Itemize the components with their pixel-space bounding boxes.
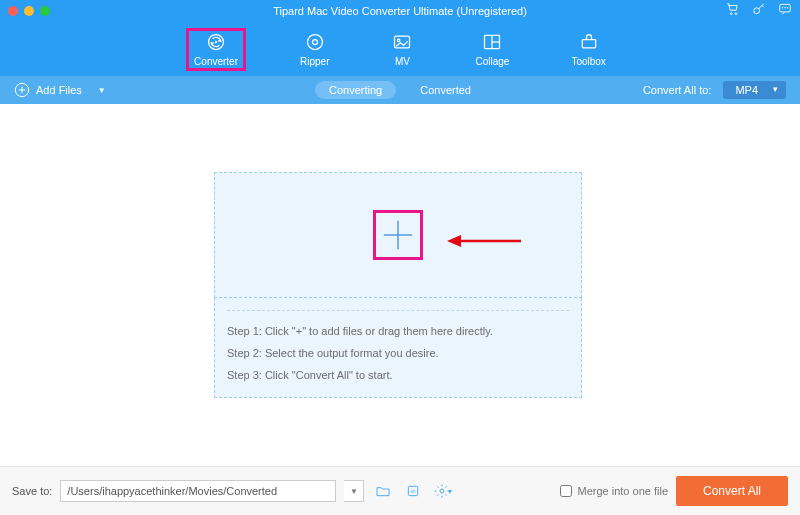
gpu-accel-button[interactable]: on [402, 480, 424, 502]
main-nav: Converter Ripper MV Collage Toolbox [0, 22, 800, 76]
window-title: Tipard Mac Video Converter Ultimate (Unr… [0, 5, 800, 17]
open-folder-button[interactable] [372, 480, 394, 502]
annotation-arrow [445, 232, 523, 254]
main-area: Step 1: Click "+" to add files or drag t… [0, 104, 800, 466]
svg-point-12 [398, 39, 401, 42]
svg-rect-16 [582, 39, 595, 47]
tab-collage[interactable]: Collage [469, 30, 515, 69]
convert-all-to: Convert All to: MP4 [643, 81, 786, 99]
step-2: Step 2: Select the output format you des… [227, 348, 569, 359]
drop-zone[interactable] [214, 172, 582, 298]
instructions-panel: Step 1: Click "+" to add files or drag t… [214, 298, 582, 398]
add-files-button[interactable]: Add Files ▼ [14, 82, 106, 98]
merge-label: Merge into one file [578, 485, 669, 497]
plus-icon [381, 218, 415, 252]
tab-converter[interactable]: Converter [188, 30, 244, 69]
footer: Save to: ▼ on ▾ Merge into one file Conv… [0, 466, 800, 515]
save-to-label: Save to: [12, 485, 52, 497]
status-segment: Converting Converted [315, 81, 485, 99]
svg-marker-23 [447, 235, 461, 247]
tab-label: MV [395, 56, 410, 67]
tab-label: Collage [475, 56, 509, 67]
save-path-dropdown[interactable]: ▼ [344, 480, 364, 502]
save-path-input[interactable] [60, 480, 336, 502]
merge-checkbox[interactable]: Merge into one file [560, 485, 669, 497]
add-file-plus-button[interactable] [373, 210, 423, 260]
tab-label: Converter [194, 56, 238, 67]
svg-point-10 [312, 39, 317, 44]
step-1: Step 1: Click "+" to add files or drag t… [227, 326, 569, 337]
svg-point-9 [307, 34, 322, 49]
chevron-down-icon[interactable]: ▼ [98, 86, 106, 95]
step-3: Step 3: Click "Convert All" to start. [227, 370, 569, 381]
tab-toolbox[interactable]: Toolbox [565, 30, 611, 69]
svg-text:on: on [411, 489, 417, 494]
titlebar: Tipard Mac Video Converter Ultimate (Unr… [0, 0, 800, 22]
toolbar: Add Files ▼ Converting Converted Convert… [0, 76, 800, 104]
svg-point-26 [440, 489, 444, 493]
convert-all-to-label: Convert All to: [643, 84, 711, 96]
add-files-label: Add Files [36, 84, 82, 96]
convert-all-button[interactable]: Convert All [676, 476, 788, 506]
tab-label: Ripper [300, 56, 329, 67]
svg-marker-8 [215, 40, 218, 43]
output-format-dropdown[interactable]: MP4 [723, 81, 786, 99]
merge-checkbox-input[interactable] [560, 485, 572, 497]
tab-label: Toolbox [571, 56, 605, 67]
tab-converted[interactable]: Converted [406, 81, 485, 99]
tab-ripper[interactable]: Ripper [294, 30, 335, 69]
settings-button[interactable]: ▾ [432, 480, 454, 502]
tab-mv[interactable]: MV [385, 30, 419, 69]
tab-converting[interactable]: Converting [315, 81, 396, 99]
